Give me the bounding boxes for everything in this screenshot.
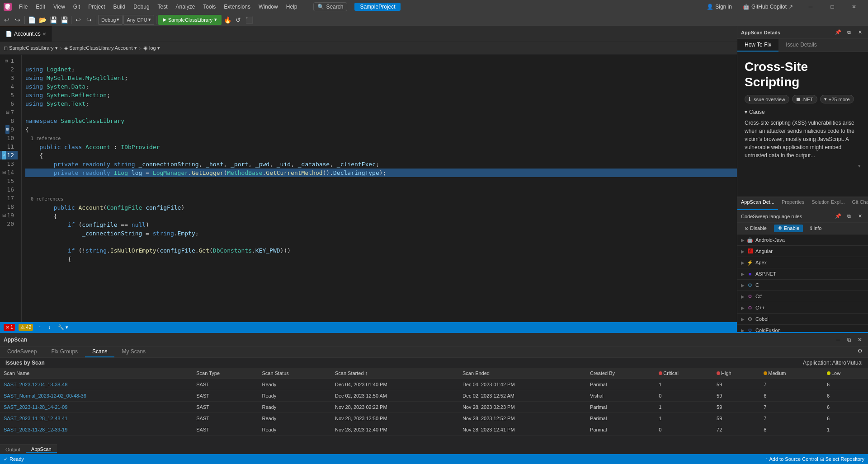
undo-btn[interactable]: ↩: [73, 15, 83, 25]
menu-build[interactable]: Build: [110, 3, 129, 11]
scan-name-cell[interactable]: SAST_2023-11-28_12-48-41: [0, 413, 193, 424]
codesweep-close-btn[interactable]: ✕: [855, 212, 864, 221]
scan-name-cell[interactable]: SAST_2023-12-04_13-38-48: [0, 379, 193, 390]
toolbar-back-btn[interactable]: ↩: [2, 15, 12, 25]
cs-item-aspnet[interactable]: ▶ ■ ASP.NET: [737, 268, 868, 280]
scan-name-cell[interactable]: SAST_2023-11-28_12-39-19: [0, 424, 193, 436]
issue-details-tab[interactable]: Issue Details: [778, 39, 824, 52]
scan-by-cell: Parimal: [586, 424, 655, 436]
prop-tab-properties[interactable]: Properties: [778, 197, 808, 210]
tag-more[interactable]: ▾ +25 more: [820, 95, 854, 103]
menu-view[interactable]: View: [50, 3, 69, 11]
menu-edit[interactable]: Edit: [32, 3, 49, 11]
cs-item-cobol[interactable]: ▶ ⚙ Cobol: [737, 314, 868, 325]
menu-debug[interactable]: Debug: [130, 3, 153, 11]
close-btn[interactable]: ✕: [844, 0, 864, 14]
how-to-fix-tab[interactable]: How To Fix: [737, 39, 778, 52]
breadcrumb-class-dropdown[interactable]: ◈ SampleClassLibrary.Account ▾: [64, 45, 137, 51]
menu-test[interactable]: Test: [154, 3, 171, 11]
scan-name-cell[interactable]: SAST_2023-11-28_14-21-09: [0, 402, 193, 413]
breadcrumb-member-dropdown[interactable]: ◉ log ▾: [143, 45, 160, 51]
restart-btn[interactable]: ↺: [233, 15, 243, 25]
config-dropdown[interactable]: Debug ▾: [98, 15, 123, 25]
maximize-btn[interactable]: □: [822, 0, 843, 14]
open-btn[interactable]: 📂: [38, 15, 47, 25]
expand-angular-icon: ▶: [741, 249, 745, 254]
menu-window[interactable]: Window: [255, 3, 282, 11]
menu-file[interactable]: File: [15, 3, 31, 11]
fix-menu-btn[interactable]: 🔧 ▾: [56, 324, 70, 330]
tab-my-scans[interactable]: My Scans: [114, 347, 153, 357]
appscan-tab[interactable]: AppScan: [26, 446, 57, 453]
cs-item-apex[interactable]: ▶ ⚡ Apex: [737, 257, 868, 268]
enable-btn[interactable]: 👁 Enable: [774, 225, 803, 232]
menu-extensions[interactable]: Extensions: [220, 3, 254, 11]
navigate-up-btn[interactable]: ↑: [37, 324, 43, 330]
save-btn[interactable]: 💾: [48, 15, 58, 25]
sign-in-btn[interactable]: 👤 Sign in: [703, 3, 736, 11]
info-btn[interactable]: ℹ Info: [807, 225, 825, 232]
col-scan-status[interactable]: Scan Status: [259, 368, 331, 379]
appscan-close-btn[interactable]: ✕: [855, 28, 864, 37]
platform-dropdown[interactable]: Any CPU ▾: [123, 15, 154, 25]
prop-tab-git[interactable]: Git Changes: [849, 197, 868, 210]
tag-overview[interactable]: ℹ Issue overview: [745, 95, 789, 103]
col-scan-ended[interactable]: Scan Ended: [459, 368, 586, 379]
github-copilot-btn[interactable]: 🤖 GitHub Copilot ↗: [739, 3, 797, 11]
tag-dotnet[interactable]: ◼ .NET: [792, 95, 817, 103]
codesweep-pin-btn[interactable]: 📌: [834, 212, 843, 221]
save-all-btn[interactable]: 💾: [59, 15, 69, 25]
run-btn[interactable]: ▶ SampleClassLibrary ▾: [158, 15, 222, 25]
toolbar-fwd-btn[interactable]: ↪: [13, 15, 23, 25]
appscan-float-btn[interactable]: ⧉: [844, 28, 854, 37]
tab-fix-groups[interactable]: Fix Groups: [44, 347, 85, 357]
scan-name-cell[interactable]: SAST_Normal_2023-12-02_00-48-36: [0, 390, 193, 402]
disable-btn[interactable]: ⊘ Disable: [741, 225, 770, 232]
panel-close-btn[interactable]: ✕: [855, 335, 864, 344]
redo-btn[interactable]: ↪: [84, 15, 94, 25]
col-low[interactable]: Low: [823, 368, 868, 379]
code-content[interactable]: using Log4net; using MySql.Data.MySqlCli…: [22, 55, 863, 322]
warning-badge[interactable]: ⚠ 42: [19, 324, 33, 331]
minimize-btn[interactable]: ─: [800, 0, 821, 14]
prop-tab-appscan[interactable]: AppScan Det...: [737, 197, 778, 210]
col-high[interactable]: High: [713, 368, 760, 379]
search-box[interactable]: 🔍 Search: [313, 2, 347, 11]
source-control-btn[interactable]: ↑ Add to Source Control: [766, 456, 818, 462]
menu-analyze[interactable]: Analyze: [172, 3, 199, 11]
cs-item-c[interactable]: ▶ ⚙ C: [737, 280, 868, 291]
col-scan-started[interactable]: Scan Started ↑: [331, 368, 459, 379]
col-scan-type[interactable]: Scan Type: [193, 368, 258, 379]
output-tab[interactable]: Output: [0, 447, 26, 452]
appscan-pin-btn[interactable]: 📌: [834, 28, 843, 37]
codesweep-float-btn[interactable]: ⧉: [844, 212, 854, 221]
tab-codesweep[interactable]: CodeSweep: [0, 347, 44, 357]
cs-item-android[interactable]: ▶ 🤖 Android-Java: [737, 234, 868, 246]
menu-project[interactable]: Project: [85, 3, 108, 11]
menu-git[interactable]: Git: [70, 3, 84, 11]
expand-cause-btn[interactable]: ▾: [858, 163, 861, 169]
col-medium[interactable]: Medium: [760, 368, 823, 379]
col-critical[interactable]: Critical: [655, 368, 713, 379]
hot-reload-btn[interactable]: 🔥: [222, 15, 232, 25]
col-created-by[interactable]: Created By: [586, 368, 655, 379]
settings-btn[interactable]: ⚙: [855, 347, 864, 356]
panel-minimize-btn[interactable]: ─: [834, 335, 843, 344]
menu-help[interactable]: Help: [283, 3, 301, 11]
tab-close-btn[interactable]: ✕: [42, 32, 46, 37]
active-tab[interactable]: 📄 Account.cs ✕: [0, 26, 52, 42]
panel-float-btn[interactable]: ⧉: [844, 335, 854, 344]
stop-btn[interactable]: ⬛: [244, 15, 254, 25]
col-scan-name[interactable]: Scan Name: [0, 368, 193, 379]
error-badge[interactable]: ✕ 1: [4, 324, 15, 331]
cs-item-angular[interactable]: ▶ 🅰 Angular: [737, 246, 868, 257]
breadcrumb-dropdown[interactable]: ◻ SampleClassLibrary ▾: [4, 45, 58, 51]
menu-tools[interactable]: Tools: [199, 3, 219, 11]
prop-tab-solution[interactable]: Solution Expl...: [808, 197, 848, 210]
tab-scans[interactable]: Scans: [85, 347, 114, 357]
cs-item-cpp[interactable]: ▶ ⚙ C++: [737, 302, 868, 314]
select-repo-btn[interactable]: ⊞ Select Repository: [820, 456, 864, 462]
navigate-down-btn[interactable]: ↓: [47, 324, 53, 330]
cs-item-csharp[interactable]: ▶ ⚙ C#: [737, 291, 868, 302]
new-project-btn[interactable]: 📄: [27, 15, 37, 25]
